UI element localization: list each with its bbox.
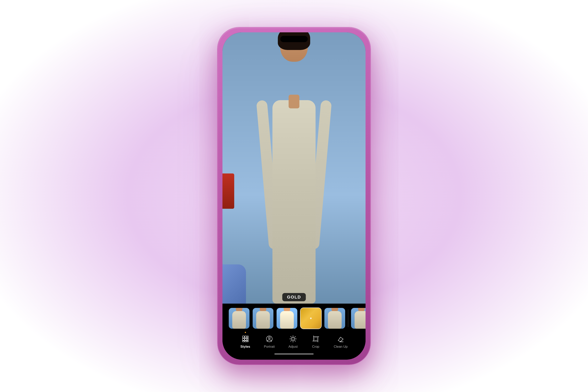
svg-rect-3 — [242, 338, 244, 340]
woman-body — [272, 100, 316, 304]
red-object — [222, 174, 234, 209]
toolbar-item-cleanup[interactable]: Clean Up — [334, 334, 348, 349]
portrait-icon: f — [265, 334, 274, 343]
thumb-5-body — [328, 311, 342, 329]
styles-icon — [241, 334, 250, 343]
svg-line-27 — [340, 338, 342, 340]
filter-thumb-2-content — [253, 308, 274, 329]
filter-thumb-3[interactable] — [276, 308, 298, 329]
svg-rect-1 — [245, 336, 247, 338]
filter-group-divider — [348, 310, 348, 327]
svg-rect-7 — [245, 341, 247, 342]
home-indicator — [274, 354, 314, 354]
toolbar-item-adjust[interactable]: Adjust — [288, 334, 298, 349]
active-indicator-dot — [245, 332, 246, 333]
eraser-icon — [336, 334, 345, 343]
toolbar-item-crop[interactable]: Crop — [312, 334, 320, 349]
svg-rect-2 — [247, 336, 248, 338]
svg-rect-5 — [247, 338, 248, 340]
svg-text:f: f — [269, 338, 270, 340]
toolbar: Styles f Portrait — [222, 329, 366, 352]
filter-thumb-1[interactable] — [228, 308, 250, 329]
filter-thumb-5-content — [324, 308, 345, 329]
svg-line-20 — [291, 340, 292, 342]
phone-screen: GOLD — [222, 32, 366, 360]
filter-thumb-3-content — [276, 308, 297, 329]
filter-thumb-2[interactable] — [252, 308, 274, 329]
filter-thumb-6[interactable] — [351, 308, 366, 329]
woman-figure — [257, 32, 331, 304]
svg-point-12 — [292, 338, 294, 340]
thumb-6-body — [354, 311, 366, 329]
adjust-icon — [289, 334, 297, 343]
thumb-3-body — [280, 311, 294, 329]
filter-strip[interactable] — [222, 308, 366, 329]
thumb-2-body — [256, 311, 270, 329]
thumb-1-body — [232, 311, 246, 329]
phone-frame: GOLD — [218, 28, 370, 364]
svg-line-17 — [291, 336, 292, 338]
crop-icon — [312, 334, 320, 343]
crop-label: Crop — [312, 345, 319, 349]
blue-element — [222, 264, 246, 304]
photo-area[interactable]: GOLD — [222, 32, 366, 304]
cleanup-label: Clean Up — [334, 345, 348, 349]
dynamic-island — [280, 36, 308, 42]
svg-rect-0 — [242, 336, 244, 338]
filter-thumb-gold[interactable] — [300, 308, 322, 329]
filter-thumb-5[interactable] — [324, 308, 346, 329]
svg-rect-21 — [314, 337, 318, 341]
svg-line-18 — [294, 340, 296, 342]
styles-label: Styles — [240, 345, 250, 349]
toolbar-item-styles[interactable]: Styles — [240, 334, 250, 349]
filter-thumb-6-content — [351, 308, 366, 329]
woman-neck — [289, 95, 300, 108]
adjust-label: Adjust — [288, 345, 298, 349]
svg-rect-8 — [247, 341, 248, 342]
gold-dot — [310, 318, 312, 319]
svg-rect-4 — [245, 338, 247, 340]
filter-name-label: GOLD — [282, 293, 306, 301]
portrait-label: Portrait — [264, 345, 275, 349]
filter-thumb-1-content — [229, 308, 250, 329]
svg-rect-6 — [242, 341, 244, 342]
toolbar-item-portrait[interactable]: f Portrait — [264, 334, 275, 349]
bottom-panel: Styles f Portrait — [222, 304, 366, 360]
filter-thumb-gold-content — [300, 308, 321, 329]
svg-line-19 — [294, 336, 296, 338]
